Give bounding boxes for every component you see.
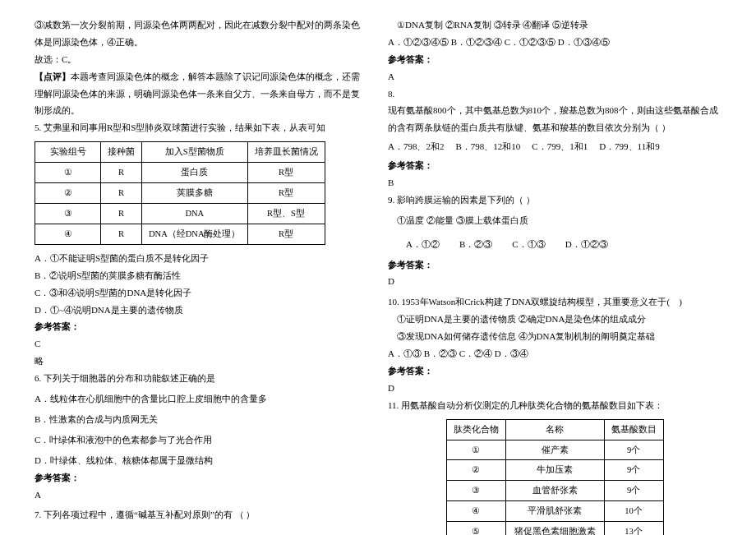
q8-options: A．798、2和2 B．798、12和10 C．799、1和1 D．799、11… [388,138,721,155]
q8-c: C．799、1和1 [532,138,588,155]
q8-b: B．798、12和10 [455,138,520,155]
answer-label: 参考答案： [388,157,721,174]
paragraph: 故选：C。 [35,51,368,68]
q10-items1: ①证明DNA是主要的遗传物质 ②确定DNA是染色体的组成成分 [388,311,721,328]
answer-label: 参考答案： [35,469,368,487]
q9-items: ①温度 ②能量 ③膜上载体蛋白质 [388,212,721,229]
q9-b: B．②③ [459,236,492,253]
comment-line: 【点评】本题考查同源染色体的概念，解答本题除了识记同源染色体的概念，还需理解同源… [35,68,368,120]
q10-answer: D [388,380,721,397]
q8-num: 8. [388,85,721,103]
q7-options: A．①②③④⑤ B．①②③④ C．①②③⑤ D．①③④⑤ [388,34,721,51]
q8-answer: B [388,174,721,191]
q10-stem: 10. 1953年Watson和Crick构建了DNA双螺旋结构模型，其重要意义… [388,293,721,311]
q11-stem: 11. 用氨基酸自动分析仪测定的几种肽类化合物的氨基酸数目如下表： [388,397,721,414]
q8-d: D．799、11和9 [599,138,660,155]
q10-options: A．①③ B．②③ C．②④ D．③④ [388,345,721,362]
q5-opt-a: A．①不能证明S型菌的蛋白质不是转化因子 [35,250,368,267]
q5-answer: C [35,335,368,353]
q9-stem: 9. 影响跨膜运输的因素是下列的（ ） [388,191,721,209]
th: 接种菌 [101,142,142,163]
q9-d: D．①②③ [565,236,608,253]
q5-opt-b: B．②说明S型菌的荚膜多糖有酶活性 [35,267,368,284]
answer-label: 参考答案： [388,362,721,380]
answer-label: 参考答案： [388,51,721,68]
q5-table: 实验组号 接种菌 加入S型菌物质 培养皿长菌情况 ①R蛋白质R型 ②R荚膜多糖R… [35,141,325,245]
answer-label: 参考答案： [388,256,721,274]
th: 培养皿长菌情况 [247,142,325,163]
th: 加入S型菌物质 [142,142,248,163]
q6-opt-d: D．叶绿体、线粒体、核糖体都属于显微结构 [35,452,368,469]
q9-answer: D [388,273,721,290]
q6-opt-b: B．性激素的合成与内质网无关 [35,411,368,428]
q7-answer: A [388,68,721,85]
q5-stem: 5. 艾弗里和同事用R型和S型肺炎双球菌进行实验，结果如下表，从表可知 [35,119,368,136]
q7-items: ①DNA复制 ②RNA复制 ③转录 ④翻译 ⑤逆转录 [388,16,721,34]
paragraph: ③减数第一次分裂前期，同源染色体两两配对，因此在减数分裂中配对的两条染色体是同源… [35,16,368,51]
q8-stem: 现有氨基酸800个，其中氨基总数为810个，羧基总数为808个，则由这些氨基酸合… [388,102,721,136]
q9-c: C．①③ [512,236,545,253]
q6-stem: 6. 下列关于细胞器的分布和功能叙述正确的是 [35,370,368,387]
q6-opt-a: A．线粒体在心肌细胞中的含量比口腔上皮细胞中的含量多 [35,390,368,408]
q6-opt-c: C．叶绿体和液泡中的色素都参与了光合作用 [35,431,368,449]
q9-a: A．①② [406,236,440,253]
q5-opt-d: D．①~④说明DNA是主要的遗传物质 [35,302,368,319]
q5-note: 略 [35,353,368,370]
q6-answer: A [35,487,368,504]
th: 实验组号 [35,142,101,163]
comment-text: 本题考查同源染色体的概念，解答本题除了识记同源染色体的概念，还需理解同源染色体的… [35,71,360,116]
comment-label: 【点评】 [35,71,71,81]
q10-items2: ③发现DNA如何储存遗传信息 ④为DNA复制机制的阐明奠定基础 [388,328,721,345]
q9-options: A．①② B．②③ C．①③ D．①②③ [388,236,721,253]
q8-a: A．798、2和2 [388,138,444,155]
q7-stem: 7. 下列各项过程中，遵循“碱基互补配对原则”的有 （ ） [35,506,368,523]
answer-label: 参考答案： [35,318,368,335]
q11-table: 肽类化合物 名称 氨基酸数目 ①催产素9个 ②牛加压素9个 ③血管舒张素9个 ④… [446,419,664,535]
q5-opt-c: C．③和④说明S型菌的DNA是转化因子 [35,284,368,302]
